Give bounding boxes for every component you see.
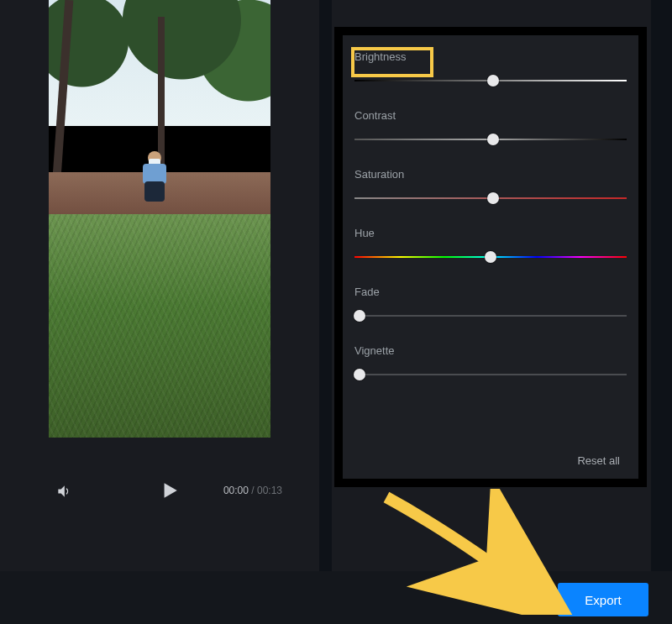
play-icon[interactable] [158,480,180,501]
export-button[interactable]: Export [558,583,648,616]
slider-vignette[interactable]: Vignette [354,344,627,403]
slider-track[interactable] [354,374,627,375]
slider-contrast[interactable]: Contrast [354,109,627,168]
tree-trunk [158,17,165,168]
bottom-bar: Export [0,571,672,624]
playback-controls: 00:00 / 00:13 [0,475,319,508]
scene-grass [49,214,270,438]
app-root: 00:00 / 00:13 BrightnessContrastSaturati… [0,0,672,624]
preview-panel: 00:00 / 00:13 [0,0,319,571]
slider-thumb[interactable] [487,192,499,204]
duration: 00:13 [257,485,282,496]
time-display: 00:00 / 00:13 [223,485,282,496]
slider-fade[interactable]: Fade [354,286,627,344]
slider-label: Vignette [354,344,627,357]
slider-label: Hue [354,227,627,239]
adjust-box: BrightnessContrastSaturationHueFadeVigne… [334,27,647,487]
slider-thumb[interactable] [485,251,496,263]
slider-thumb[interactable] [354,310,365,322]
slider-hue[interactable]: Hue [354,227,627,286]
slider-brightness[interactable]: Brightness [354,50,627,109]
current-time: 00:00 [223,485,249,496]
slider-label: Saturation [354,168,627,181]
scene-person [136,151,171,205]
slider-label: Brightness [354,50,627,63]
slider-thumb[interactable] [487,134,499,145]
slider-thumb[interactable] [487,75,499,87]
reset-all-link[interactable]: Reset all [577,454,620,467]
video-preview[interactable] [49,0,270,438]
slider-label: Contrast [354,109,627,122]
slider-saturation[interactable]: Saturation [354,168,627,227]
slider-label: Fade [354,286,627,298]
slider-list: BrightnessContrastSaturationHueFadeVigne… [354,50,627,403]
slider-thumb[interactable] [354,369,365,380]
volume-icon[interactable] [55,483,72,500]
adjust-panel: BrightnessContrastSaturationHueFadeVigne… [332,0,651,571]
slider-track[interactable] [354,315,627,317]
